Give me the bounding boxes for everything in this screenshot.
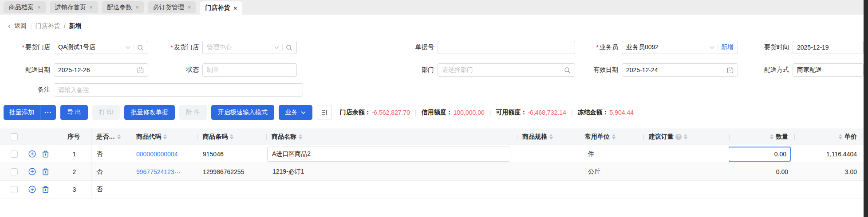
field-label: 配送方式: [732, 66, 789, 74]
valid-date-picker[interactable]: 2025-12-24: [622, 63, 738, 77]
column-settings-button[interactable]: [317, 105, 332, 120]
sort-icon[interactable]: [549, 134, 553, 140]
tab-goods-archive[interactable]: 商品档案 ×: [4, 1, 46, 13]
add-row-icon[interactable]: [28, 150, 36, 158]
search-icon[interactable]: [137, 44, 144, 51]
header-actions: [25, 128, 58, 145]
header-unit[interactable]: 常用单位: [577, 128, 643, 145]
batch-add-button[interactable]: 批量添加: [4, 105, 40, 120]
header-spec[interactable]: 商品规格: [517, 128, 577, 145]
header-name[interactable]: 商品名称: [266, 128, 517, 145]
field-delivery-method: 配送方式 商家配送: [732, 63, 864, 77]
product-code-link[interactable]: 99677524123⋯: [136, 168, 181, 175]
close-icon[interactable]: ×: [37, 4, 41, 10]
back-button[interactable]: 返回: [14, 22, 27, 30]
delete-row-icon[interactable]: [42, 168, 49, 175]
row-checkbox[interactable]: [11, 151, 18, 158]
credit-limit-label: 信用额度：: [422, 108, 453, 116]
business-dropdown-button[interactable]: 业务: [279, 105, 312, 120]
field-dest-store: * 要货门店 QA测试1号店: [4, 41, 148, 54]
salesman-value: 业务员0092: [626, 43, 710, 51]
close-icon[interactable]: ×: [188, 4, 191, 10]
department-select[interactable]: 请选择部门: [438, 63, 575, 77]
tab-inventory-home[interactable]: 进销存首页 ×: [50, 1, 99, 13]
add-salesman-link[interactable]: 新增: [721, 43, 734, 51]
cell-unit: 公斤: [577, 163, 643, 180]
header-flag[interactable]: 是否…: [91, 128, 131, 145]
sort-icon[interactable]: [770, 134, 773, 140]
balance-divider: |: [415, 109, 417, 116]
close-icon[interactable]: ×: [90, 4, 93, 10]
tab-label: 配送参数: [107, 4, 132, 12]
speed-input-mode-button[interactable]: 开启极速输入模式: [211, 105, 274, 120]
cell-unit: 件: [577, 145, 643, 163]
table-row: 1 否 000000000004 915046 件 1,116.4404: [0, 145, 864, 163]
tab-delivery-params[interactable]: 配送参数 ×: [102, 1, 144, 13]
help-icon[interactable]: ?: [675, 134, 682, 140]
input-divider: [134, 44, 134, 50]
sort-icon[interactable]: [839, 134, 842, 140]
row-checkbox[interactable]: [11, 168, 18, 175]
attachment-button[interactable]: 附 件: [179, 105, 207, 120]
cell-qty[interactable]: 0.00: [729, 163, 794, 180]
dest-store-select[interactable]: QA测试1号店: [54, 41, 148, 54]
sort-icon[interactable]: [230, 134, 233, 140]
input-divider: [282, 44, 283, 50]
sort-icon[interactable]: [684, 134, 687, 140]
select-all-checkbox[interactable]: [11, 133, 18, 140]
batch-edit-button[interactable]: 批量修改单据: [124, 105, 175, 120]
header-code[interactable]: 商品代码: [131, 128, 197, 145]
qty-input[interactable]: [729, 147, 791, 162]
frozen-amount-value: 5,904.44: [609, 109, 634, 116]
header-suggest[interactable]: 建议订量 ?: [643, 128, 729, 145]
cell-spec: [517, 181, 577, 198]
product-code-link[interactable]: 000000000004: [136, 151, 178, 158]
chevron-down-icon[interactable]: [126, 46, 130, 49]
field-src-store: * 发货门店 管理中心: [151, 41, 297, 54]
available-limit-label: 可用额度：: [496, 108, 527, 116]
delete-row-icon[interactable]: [42, 186, 49, 193]
sort-icon[interactable]: [163, 134, 167, 140]
request-time-input[interactable]: 2025-12-19: [793, 41, 864, 54]
page-title: 新增: [69, 22, 82, 30]
sort-icon[interactable]: [612, 134, 615, 140]
calendar-icon[interactable]: [137, 67, 144, 74]
cell-price: 1,116.4404: [794, 145, 864, 163]
search-icon[interactable]: [286, 44, 292, 51]
header-barcode[interactable]: 商品条码: [197, 128, 266, 145]
export-button[interactable]: 导 出: [60, 105, 88, 120]
add-row-icon[interactable]: [28, 168, 36, 175]
field-delivery-date: 配送日期 2025-12-26: [4, 63, 148, 77]
delivery-date-picker[interactable]: 2025-12-26: [54, 63, 148, 77]
src-store-select[interactable]: 管理中心: [202, 41, 297, 54]
remark-input[interactable]: [58, 86, 299, 93]
tab-label: 商品档案: [9, 4, 34, 12]
print-button[interactable]: 打 印: [92, 105, 120, 120]
header-qty[interactable]: 数量: [729, 128, 794, 145]
chevron-down-icon[interactable]: [710, 46, 714, 49]
close-icon[interactable]: ×: [233, 5, 237, 11]
delete-row-icon[interactable]: [42, 150, 49, 158]
chevron-down-icon[interactable]: [274, 46, 279, 49]
product-name-input[interactable]: [267, 147, 510, 162]
cell-suggest: [643, 145, 729, 163]
doc-no-input[interactable]: [442, 44, 571, 51]
table-header-row: 序号 是否… 商品代码 商品条码 商品名称 商品规格 常用单: [0, 128, 864, 145]
add-row-icon[interactable]: [28, 186, 36, 193]
row-checkbox[interactable]: [11, 186, 18, 193]
tab-store-replenishment[interactable]: 门店补货 ×: [200, 1, 242, 15]
store-replenishment-screen: 商品档案 × 进销存首页 × 配送参数 × 必订货管理 × 门店补货 × ‹ 返…: [0, 0, 868, 217]
sort-icon[interactable]: [117, 134, 121, 140]
delivery-method-select[interactable]: 商家配送: [793, 63, 864, 77]
close-icon[interactable]: ×: [135, 4, 139, 10]
salesman-select[interactable]: 业务员0092 新增: [622, 41, 738, 54]
cell-seq: 2: [58, 163, 91, 180]
balance-summary: 门店余额： -6,562,827.70 | 信用额度： 100,000.00 |…: [340, 108, 634, 116]
header-price[interactable]: 单价: [794, 128, 864, 145]
tab-must-order-mgmt[interactable]: 必订货管理 ×: [148, 1, 197, 13]
sort-icon[interactable]: [299, 134, 302, 140]
dest-store-value: QA测试1号店: [58, 43, 126, 51]
back-icon[interactable]: ‹: [8, 22, 11, 30]
batch-add-more-button[interactable]: ···: [40, 105, 56, 120]
batch-add-split-button: 批量添加 ···: [4, 105, 56, 120]
